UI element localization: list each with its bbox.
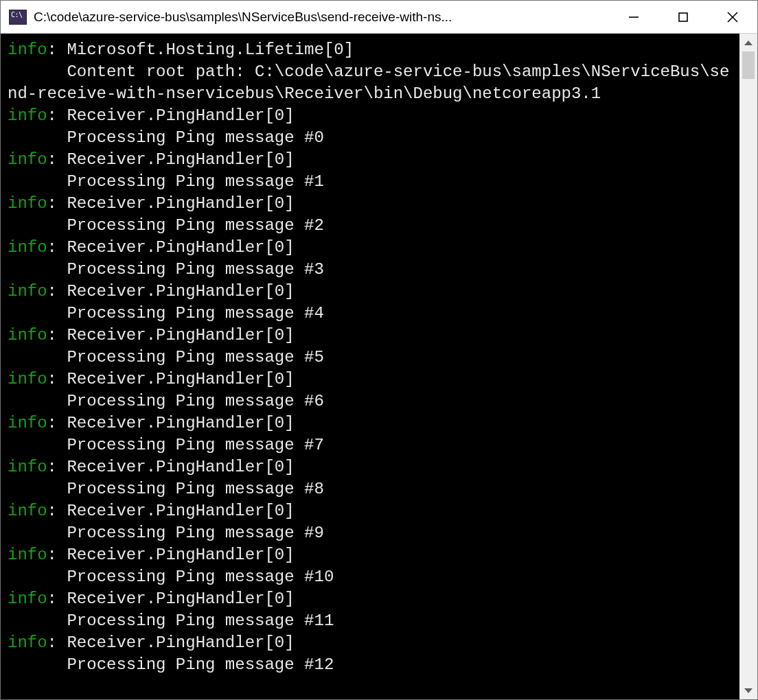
log-line: Processing Ping message #8 (8, 478, 735, 500)
log-line: info: Receiver.PingHandler[0] (8, 149, 735, 171)
scroll-up-button[interactable] (739, 34, 757, 51)
log-level: info (8, 502, 47, 520)
log-line: Content root path: C:\code\azure-service… (8, 61, 735, 105)
log-line: Processing Ping message #6 (8, 390, 735, 412)
log-line: info: Receiver.PingHandler[0] (8, 105, 735, 127)
log-level: info (8, 370, 47, 388)
log-line: Processing Ping message #2 (8, 215, 735, 237)
log-line: Processing Ping message #12 (8, 654, 735, 676)
log-level: info (8, 150, 47, 169)
log-line: info: Receiver.PingHandler[0] (8, 412, 735, 434)
log-level: info (8, 238, 47, 257)
log-line: Processing Ping message #5 (8, 347, 735, 369)
chevron-up-icon (744, 40, 753, 45)
log-line: Processing Ping message #4 (8, 303, 735, 325)
scroll-down-button[interactable] (739, 681, 757, 699)
log-line: info: Receiver.PingHandler[0] (8, 237, 735, 259)
log-level: info (8, 414, 47, 432)
log-line: Processing Ping message #0 (8, 127, 735, 149)
log-line: Processing Ping message #1 (8, 171, 735, 193)
log-line: info: Receiver.PingHandler[0] (8, 325, 735, 347)
close-icon (726, 10, 739, 24)
log-line: info: Receiver.PingHandler[0] (8, 281, 735, 303)
log-level: info (8, 590, 47, 608)
log-line: info: Receiver.PingHandler[0] (8, 193, 735, 215)
console-area: info: Microsoft.Hosting.Lifetime[0] Cont… (1, 34, 757, 699)
log-line: Processing Ping message #3 (8, 259, 735, 281)
log-level: info (8, 40, 47, 59)
maximize-icon (677, 11, 689, 23)
log-level: info (8, 106, 47, 125)
log-line: info: Receiver.PingHandler[0] (8, 369, 735, 390)
log-line: Processing Ping message #7 (8, 434, 735, 456)
log-line: info: Microsoft.Hosting.Lifetime[0] (8, 39, 735, 61)
minimize-button[interactable] (609, 1, 658, 33)
log-level: info (8, 633, 47, 652)
chevron-down-icon (744, 688, 753, 693)
titlebar[interactable]: C:\code\azure-service-bus\samples\NServi… (1, 1, 757, 34)
scrollbar-thumb[interactable] (742, 51, 755, 79)
console-app-icon (9, 10, 27, 25)
log-line: info: Receiver.PingHandler[0] (8, 500, 735, 522)
vertical-scrollbar[interactable] (739, 34, 757, 699)
close-button[interactable] (708, 1, 757, 33)
log-level: info (8, 546, 47, 564)
svg-rect-1 (679, 13, 687, 21)
log-line: Processing Ping message #10 (8, 566, 735, 588)
scrollbar-track[interactable] (739, 51, 757, 681)
log-line: Processing Ping message #11 (8, 610, 735, 632)
log-level: info (8, 194, 47, 213)
log-line: info: Receiver.PingHandler[0] (8, 588, 735, 610)
log-line: info: Receiver.PingHandler[0] (8, 544, 735, 566)
minimize-icon (628, 11, 640, 23)
window-controls (609, 1, 757, 33)
log-line: info: Receiver.PingHandler[0] (8, 632, 735, 654)
window-title: C:\code\azure-service-bus\samples\NServi… (34, 10, 609, 25)
log-level: info (8, 326, 47, 345)
log-line: Processing Ping message #9 (8, 522, 735, 544)
log-level: info (8, 282, 47, 301)
maximize-button[interactable] (658, 1, 708, 33)
log-line: info: Receiver.PingHandler[0] (8, 456, 735, 478)
console-output[interactable]: info: Microsoft.Hosting.Lifetime[0] Cont… (1, 34, 739, 699)
log-level: info (8, 458, 47, 476)
